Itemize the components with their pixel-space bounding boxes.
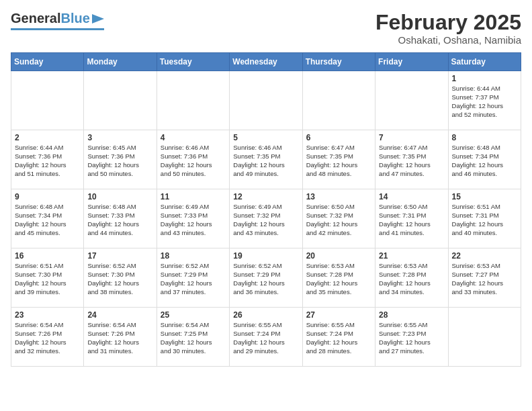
day-info: Sunrise: 6:44 AM Sunset: 7:37 PM Dayligh…: [452, 85, 517, 119]
day-info: Sunrise: 6:50 AM Sunset: 7:32 PM Dayligh…: [306, 203, 371, 237]
month-title: February 2025: [375, 11, 521, 34]
day-number: 26: [233, 310, 298, 320]
day-number: 19: [233, 251, 298, 261]
col-header-sunday: Sunday: [11, 53, 84, 71]
calendar-week-1: 2Sunrise: 6:44 AM Sunset: 7:36 PM Daylig…: [11, 130, 521, 189]
day-info: Sunrise: 6:48 AM Sunset: 7:34 PM Dayligh…: [15, 203, 80, 237]
calendar-day-4: 4Sunrise: 6:46 AM Sunset: 7:36 PM Daylig…: [157, 130, 229, 189]
calendar-day-13: 13Sunrise: 6:50 AM Sunset: 7:32 PM Dayli…: [302, 189, 375, 248]
calendar-day-18: 18Sunrise: 6:52 AM Sunset: 7:29 PM Dayli…: [157, 248, 229, 308]
day-number: 15: [452, 192, 517, 201]
day-info: Sunrise: 6:53 AM Sunset: 7:28 PM Dayligh…: [306, 262, 371, 296]
calendar-day-26: 26Sunrise: 6:55 AM Sunset: 7:24 PM Dayli…: [230, 308, 302, 367]
day-number: 17: [87, 251, 152, 261]
calendar-day-24: 24Sunrise: 6:54 AM Sunset: 7:26 PM Dayli…: [84, 308, 157, 367]
calendar-day-empty: [230, 71, 302, 130]
day-number: 18: [161, 251, 226, 261]
day-info: Sunrise: 6:46 AM Sunset: 7:35 PM Dayligh…: [233, 144, 298, 178]
calendar-day-9: 9Sunrise: 6:48 AM Sunset: 7:34 PM Daylig…: [11, 189, 84, 248]
calendar-week-3: 16Sunrise: 6:51 AM Sunset: 7:30 PM Dayli…: [11, 248, 521, 308]
calendar-day-5: 5Sunrise: 6:46 AM Sunset: 7:35 PM Daylig…: [230, 130, 302, 189]
day-info: Sunrise: 6:48 AM Sunset: 7:34 PM Dayligh…: [452, 144, 517, 178]
logo-general-text: General: [11, 11, 60, 26]
day-info: Sunrise: 6:45 AM Sunset: 7:36 PM Dayligh…: [87, 144, 152, 178]
svg-marker-0: [92, 14, 104, 24]
calendar-header-row: SundayMondayTuesdayWednesdayThursdayFrid…: [11, 53, 521, 71]
calendar-day-3: 3Sunrise: 6:45 AM Sunset: 7:36 PM Daylig…: [84, 130, 157, 189]
calendar-week-4: 23Sunrise: 6:54 AM Sunset: 7:26 PM Dayli…: [11, 308, 521, 367]
calendar-day-12: 12Sunrise: 6:49 AM Sunset: 7:32 PM Dayli…: [230, 189, 302, 248]
day-info: Sunrise: 6:49 AM Sunset: 7:33 PM Dayligh…: [161, 203, 226, 237]
logo-underline: [11, 28, 104, 30]
day-info: Sunrise: 6:53 AM Sunset: 7:28 PM Dayligh…: [379, 262, 444, 296]
day-info: Sunrise: 6:47 AM Sunset: 7:35 PM Dayligh…: [306, 144, 371, 178]
calendar-day-7: 7Sunrise: 6:47 AM Sunset: 7:35 PM Daylig…: [375, 130, 448, 189]
logo-blue-text: Blue: [60, 11, 89, 26]
day-info: Sunrise: 6:55 AM Sunset: 7:24 PM Dayligh…: [306, 321, 371, 355]
day-info: Sunrise: 6:48 AM Sunset: 7:33 PM Dayligh…: [87, 203, 152, 237]
calendar-day-21: 21Sunrise: 6:53 AM Sunset: 7:28 PM Dayli…: [375, 248, 448, 308]
day-info: Sunrise: 6:52 AM Sunset: 7:29 PM Dayligh…: [233, 262, 298, 296]
day-number: 13: [306, 192, 371, 201]
col-header-thursday: Thursday: [302, 53, 375, 71]
col-header-tuesday: Tuesday: [157, 53, 229, 71]
day-info: Sunrise: 6:47 AM Sunset: 7:35 PM Dayligh…: [379, 144, 444, 178]
calendar-day-6: 6Sunrise: 6:47 AM Sunset: 7:35 PM Daylig…: [302, 130, 375, 189]
day-info: Sunrise: 6:54 AM Sunset: 7:25 PM Dayligh…: [161, 321, 226, 355]
calendar-day-17: 17Sunrise: 6:52 AM Sunset: 7:30 PM Dayli…: [84, 248, 157, 308]
day-number: 24: [87, 310, 152, 320]
calendar-day-8: 8Sunrise: 6:48 AM Sunset: 7:34 PM Daylig…: [448, 130, 521, 189]
logo-icon: [92, 14, 104, 24]
calendar-day-19: 19Sunrise: 6:52 AM Sunset: 7:29 PM Dayli…: [230, 248, 302, 308]
col-header-wednesday: Wednesday: [230, 53, 302, 71]
title-area: February 2025 Oshakati, Oshana, Namibia: [375, 11, 521, 46]
calendar-day-2: 2Sunrise: 6:44 AM Sunset: 7:36 PM Daylig…: [11, 130, 84, 189]
calendar-day-10: 10Sunrise: 6:48 AM Sunset: 7:33 PM Dayli…: [84, 189, 157, 248]
day-number: 1: [452, 74, 517, 83]
day-number: 8: [452, 133, 517, 142]
day-number: 28: [379, 310, 444, 320]
day-number: 4: [161, 133, 226, 142]
calendar-day-16: 16Sunrise: 6:51 AM Sunset: 7:30 PM Dayli…: [11, 248, 84, 308]
day-number: 23: [15, 310, 80, 320]
day-number: 10: [87, 192, 152, 201]
day-number: 11: [161, 192, 226, 201]
calendar-day-empty: [157, 71, 229, 130]
calendar-day-20: 20Sunrise: 6:53 AM Sunset: 7:28 PM Dayli…: [302, 248, 375, 308]
calendar-day-14: 14Sunrise: 6:50 AM Sunset: 7:31 PM Dayli…: [375, 189, 448, 248]
day-info: Sunrise: 6:54 AM Sunset: 7:26 PM Dayligh…: [15, 321, 80, 355]
calendar-day-empty: [448, 308, 521, 367]
calendar-day-25: 25Sunrise: 6:54 AM Sunset: 7:25 PM Dayli…: [157, 308, 229, 367]
day-number: 25: [161, 310, 226, 320]
calendar-day-empty: [11, 71, 84, 130]
day-info: Sunrise: 6:49 AM Sunset: 7:32 PM Dayligh…: [233, 203, 298, 237]
location-text: Oshakati, Oshana, Namibia: [375, 34, 521, 46]
calendar-day-15: 15Sunrise: 6:51 AM Sunset: 7:31 PM Dayli…: [448, 189, 521, 248]
day-number: 2: [15, 133, 80, 142]
day-number: 22: [452, 251, 517, 261]
day-info: Sunrise: 6:50 AM Sunset: 7:31 PM Dayligh…: [379, 203, 444, 237]
calendar-day-11: 11Sunrise: 6:49 AM Sunset: 7:33 PM Dayli…: [157, 189, 229, 248]
day-number: 6: [306, 133, 371, 142]
calendar-day-empty: [375, 71, 448, 130]
col-header-friday: Friday: [375, 53, 448, 71]
day-number: 14: [379, 192, 444, 201]
day-number: 20: [306, 251, 371, 261]
calendar-day-empty: [84, 71, 157, 130]
day-number: 9: [15, 192, 80, 201]
day-info: Sunrise: 6:54 AM Sunset: 7:26 PM Dayligh…: [87, 321, 152, 355]
day-info: Sunrise: 6:55 AM Sunset: 7:23 PM Dayligh…: [379, 321, 444, 355]
calendar-day-23: 23Sunrise: 6:54 AM Sunset: 7:26 PM Dayli…: [11, 308, 84, 367]
calendar-week-0: 1Sunrise: 6:44 AM Sunset: 7:37 PM Daylig…: [11, 71, 521, 130]
day-info: Sunrise: 6:46 AM Sunset: 7:36 PM Dayligh…: [161, 144, 226, 178]
calendar-day-22: 22Sunrise: 6:53 AM Sunset: 7:27 PM Dayli…: [448, 248, 521, 308]
day-number: 5: [233, 133, 298, 142]
day-number: 7: [379, 133, 444, 142]
day-number: 12: [233, 192, 298, 201]
calendar-day-empty: [302, 71, 375, 130]
calendar-table: SundayMondayTuesdayWednesdayThursdayFrid…: [11, 52, 521, 367]
calendar-day-1: 1Sunrise: 6:44 AM Sunset: 7:37 PM Daylig…: [448, 71, 521, 130]
calendar-day-28: 28Sunrise: 6:55 AM Sunset: 7:23 PM Dayli…: [375, 308, 448, 367]
calendar-week-2: 9Sunrise: 6:48 AM Sunset: 7:34 PM Daylig…: [11, 189, 521, 248]
col-header-monday: Monday: [84, 53, 157, 71]
